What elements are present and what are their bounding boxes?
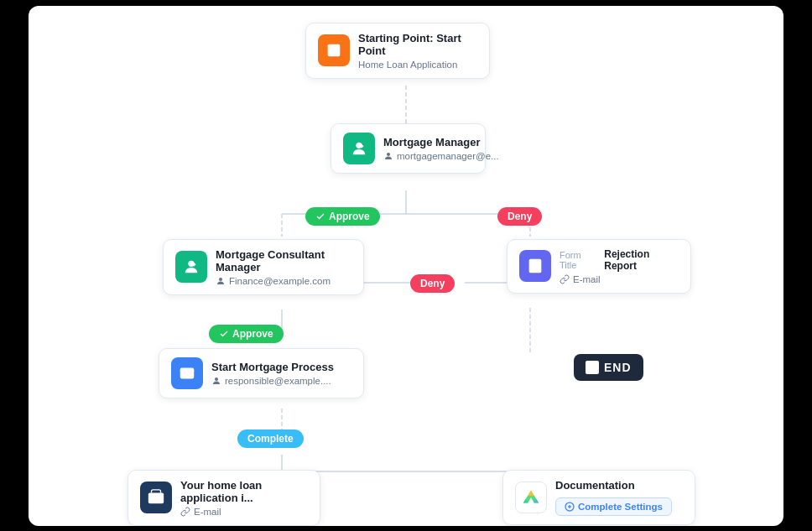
rejection-report-node[interactable]: Form Title Rejection Report E-mail [507, 239, 691, 294]
start-icon [318, 34, 350, 66]
hl-title: Your home loan application i... [180, 479, 308, 504]
svg-point-17 [356, 142, 362, 148]
approve-badge-1[interactable]: Approve [305, 207, 380, 226]
mortgage-manager-node[interactable]: Mortgage Manager mortgagemanager@e... [331, 123, 486, 174]
hl-subtitle: E-mail [180, 507, 308, 517]
sm-subtitle: responsible@example.... [211, 376, 334, 386]
start-title: Starting Point: Start Point [358, 32, 477, 57]
mortgage-consultant-node[interactable]: Mortgage Consultant Manager Finance@exam… [163, 239, 364, 295]
documentation-node[interactable]: Documentation Complete Settings [502, 470, 695, 525]
workflow-canvas: Starting Point: Start Point Home Loan Ap… [29, 6, 783, 526]
end-square [586, 361, 599, 374]
start-mortgage-node[interactable]: Start Mortgage Process responsible@examp… [159, 348, 364, 398]
mc-icon [175, 251, 207, 283]
deny-badge-2[interactable]: Deny [410, 274, 455, 293]
approve-badge-2[interactable]: Approve [209, 325, 284, 343]
mc-subtitle: Finance@example.com [216, 276, 351, 286]
doc-icon [515, 482, 547, 513]
rejection-subtitle: E-mail [560, 274, 679, 284]
complete-settings-button[interactable]: Complete Settings [555, 497, 672, 516]
sm-title: Start Mortgage Process [211, 361, 334, 373]
form-title-label: Form Title [560, 250, 597, 270]
svg-point-18 [387, 153, 390, 156]
start-node[interactable]: Starting Point: Start Point Home Loan Ap… [305, 23, 490, 79]
complete-badge[interactable]: Complete [237, 429, 304, 448]
mortgage-manager-icon [343, 133, 375, 164]
mm-subtitle: mortgagemanager@e... [383, 151, 499, 161]
doc-title: Documentation [555, 479, 672, 492]
home-loan-node[interactable]: Your home loan application i... E-mail [128, 470, 320, 526]
mm-title: Mortgage Manager [383, 136, 499, 148]
svg-point-28 [215, 377, 218, 381]
sm-icon [171, 357, 203, 389]
deny-badge-1[interactable]: Deny [497, 207, 542, 226]
mc-title: Mortgage Consultant Manager [216, 248, 351, 273]
rejection-icon [519, 250, 551, 282]
end-label: END [604, 361, 632, 374]
form-title-value: Rejection Report [604, 248, 679, 272]
start-subtitle: Home Loan Application [358, 60, 477, 70]
hl-icon [140, 482, 172, 513]
svg-point-20 [219, 278, 222, 281]
end-node[interactable]: END [574, 354, 643, 381]
svg-rect-25 [180, 367, 195, 378]
